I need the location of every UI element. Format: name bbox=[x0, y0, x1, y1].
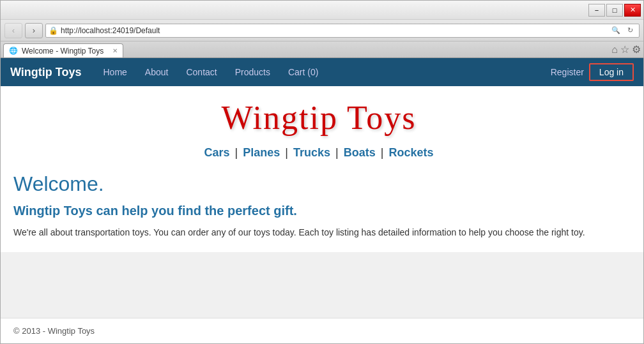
title-bar: − □ ✕ bbox=[1, 1, 643, 20]
site-logo-text: Wingtip Toys bbox=[222, 100, 417, 136]
active-tab[interactable]: 🌐 Welcome - Wingtip Toys ✕ bbox=[3, 43, 123, 57]
register-link[interactable]: Register bbox=[551, 67, 584, 77]
tab-favicon-icon: 🌐 bbox=[9, 47, 18, 55]
nav-contact[interactable]: Contact bbox=[177, 58, 226, 86]
welcome-subheading: Wingtip Toys can help you find the perfe… bbox=[13, 204, 624, 218]
address-actions: 🔍 ↻ bbox=[610, 25, 636, 36]
category-trucks[interactable]: Trucks bbox=[293, 146, 330, 159]
browser-toolbar: ⌂ ☆ ⚙ bbox=[611, 43, 641, 57]
cat-sep-3: | bbox=[335, 146, 339, 159]
close-button[interactable]: ✕ bbox=[624, 4, 641, 17]
site-content: Wingtip Toys Home About Contact Products… bbox=[1, 58, 643, 252]
nav-right: Register Log in bbox=[551, 63, 634, 81]
site-brand: Wingtip Toys bbox=[10, 66, 82, 79]
tab-close-button[interactable]: ✕ bbox=[112, 47, 118, 54]
address-bar: ‹ › 🔒 http://localhost:24019/Default 🔍 ↻ bbox=[1, 20, 643, 41]
back-button[interactable]: ‹ bbox=[4, 23, 22, 38]
cat-sep-4: | bbox=[381, 146, 384, 159]
welcome-heading: Welcome. bbox=[13, 172, 624, 196]
category-planes[interactable]: Planes bbox=[243, 146, 280, 159]
refresh-button[interactable]: ↻ bbox=[624, 25, 636, 36]
nav-links: Home About Contact Products Cart (0) bbox=[95, 58, 551, 86]
login-button[interactable]: Log in bbox=[589, 63, 634, 81]
favorites-icon[interactable]: ☆ bbox=[620, 43, 629, 56]
content-wrapper: Wingtip Toys Home About Contact Products… bbox=[1, 58, 643, 343]
site-footer: © 2013 - Wingtip Toys bbox=[1, 318, 643, 343]
site-navigation: Wingtip Toys Home About Contact Products… bbox=[1, 58, 643, 86]
browser-window: − □ ✕ ‹ › 🔒 http://localhost:24019/Defau… bbox=[0, 0, 644, 344]
footer-copyright: © 2013 - Wingtip Toys bbox=[13, 326, 95, 336]
category-cars[interactable]: Cars bbox=[204, 146, 229, 159]
logo-wrap: Wingtip Toys bbox=[13, 99, 624, 137]
category-rockets[interactable]: Rockets bbox=[388, 146, 433, 159]
address-text: http://localhost:24019/Default bbox=[61, 26, 607, 35]
nav-products[interactable]: Products bbox=[226, 58, 279, 86]
main-content: Wingtip Toys Cars | Planes | Trucks | Bo… bbox=[1, 86, 643, 252]
cat-sep-2: | bbox=[285, 146, 288, 159]
search-button[interactable]: 🔍 bbox=[610, 25, 622, 36]
nav-home[interactable]: Home bbox=[95, 58, 136, 86]
maximize-button[interactable]: □ bbox=[606, 4, 623, 17]
tab-title: Welcome - Wingtip Toys bbox=[22, 47, 103, 56]
forward-button[interactable]: › bbox=[25, 23, 43, 38]
welcome-body: We're all about transportation toys. You… bbox=[13, 226, 588, 239]
nav-about[interactable]: About bbox=[136, 58, 178, 86]
minimize-button[interactable]: − bbox=[588, 4, 605, 17]
address-input-wrap: 🔒 http://localhost:24019/Default 🔍 ↻ bbox=[45, 24, 640, 38]
window-controls: − □ ✕ bbox=[588, 4, 641, 17]
address-security-icon: 🔒 bbox=[49, 26, 58, 35]
cat-sep-1: | bbox=[235, 146, 238, 159]
home-icon[interactable]: ⌂ bbox=[611, 44, 618, 56]
categories-bar: Cars | Planes | Trucks | Boats | Rockets bbox=[13, 146, 624, 160]
nav-cart[interactable]: Cart (0) bbox=[279, 58, 327, 86]
category-boats[interactable]: Boats bbox=[344, 146, 376, 159]
settings-icon[interactable]: ⚙ bbox=[632, 43, 641, 56]
tab-bar: 🌐 Welcome - Wingtip Toys ✕ ⌂ ☆ ⚙ bbox=[1, 41, 643, 58]
